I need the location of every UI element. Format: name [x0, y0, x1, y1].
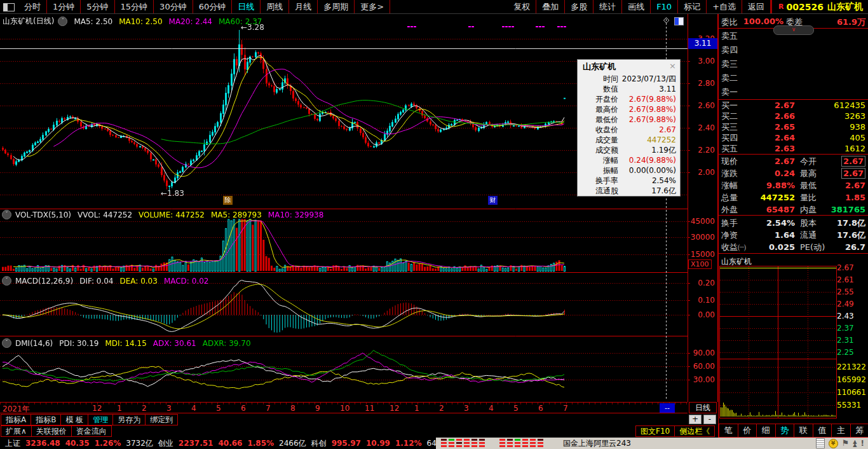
toolbar-item-日线[interactable]: 日线	[232, 0, 261, 13]
toolbar-item-统计[interactable]: 统计	[593, 0, 622, 13]
heat-block	[538, 439, 543, 441]
intraday-mini-chart[interactable]	[719, 266, 837, 418]
sell-row-4[interactable]: 卖四	[719, 43, 868, 57]
quote-tab-笔[interactable]: 笔	[719, 424, 738, 438]
event-marker-除[interactable]: 除	[223, 196, 233, 205]
heat-block	[507, 439, 513, 441]
month-label: 2	[439, 404, 444, 413]
toolbar-item-画线[interactable]: 画线	[622, 0, 651, 13]
toolbar-item-周线[interactable]: 周线	[261, 0, 289, 13]
sell-row-3[interactable]: 卖三	[719, 57, 868, 71]
alert-icon[interactable]: !	[861, 439, 864, 448]
button-侧边栏《[interactable]: 侧边栏《	[674, 425, 715, 437]
stat-label: 净资	[721, 230, 754, 241]
toolbar-item-30分钟[interactable]: 30分钟	[154, 0, 193, 13]
buy-row-2[interactable]: 买二2.663263	[719, 111, 868, 121]
tab-扩展∧[interactable]: 扩展∧	[1, 425, 32, 437]
tab-另存为[interactable]: 另存为	[112, 414, 146, 425]
collapse-icon[interactable]: ˇ	[2, 276, 11, 286]
quote-tab-联[interactable]: 联	[794, 424, 813, 438]
heat-block	[515, 445, 520, 447]
quote-tab-细[interactable]: 细	[756, 424, 776, 438]
coin-icon[interactable]: ¥	[829, 439, 838, 448]
tab-关联报价[interactable]: 关联报价	[31, 425, 72, 437]
zoom-in-button[interactable]: +	[689, 415, 702, 424]
flag-icon[interactable]: ⚑	[842, 439, 850, 448]
toolbar-item-更多>[interactable]: 更多>	[355, 0, 390, 13]
tab-管理[interactable]: 管理	[88, 414, 113, 425]
period-label: 日线	[689, 402, 717, 413]
diamond-tool-icon[interactable]: ◇	[663, 15, 669, 24]
buy-row-3[interactable]: 买三2.65938	[719, 121, 868, 132]
heat-block	[530, 445, 536, 447]
mini-price-label: 2.43	[837, 312, 866, 321]
sort-icon[interactable]: ▲▲	[853, 440, 857, 446]
quote-tab-值[interactable]: 值	[813, 424, 832, 438]
buy-level-label: 买三	[721, 121, 747, 133]
toolbar-item-5分钟[interactable]: 5分钟	[81, 0, 114, 13]
axis-tick	[688, 283, 690, 284]
month-label: 9	[315, 404, 320, 413]
report-icon[interactable]	[816, 438, 825, 448]
axis-tick-label: 2.60	[688, 101, 715, 110]
toolbar-item-返回[interactable]: 返回	[742, 0, 771, 13]
tooltip-row-value: 2.67(9.88%)	[618, 94, 676, 104]
toolbar-item-叠加[interactable]: 叠加	[536, 0, 565, 13]
quote-tab-筹[interactable]: 筹	[850, 424, 868, 438]
tab-模 板[interactable]: 模 板	[60, 414, 88, 425]
tooltip-row: 涨幅0.24(9.88%)	[578, 155, 680, 165]
toolbar-item-+自选[interactable]: +自选	[707, 0, 742, 13]
quote-tab-势[interactable]: 势	[775, 424, 795, 438]
heat-block	[449, 445, 454, 447]
quote-row: 总量447252量比1.85	[719, 191, 868, 204]
toolbar-item-1分钟[interactable]: 1分钟	[47, 0, 81, 13]
tab-资金流向[interactable]: 资金流向	[71, 425, 112, 437]
quote-value: 65487	[745, 205, 795, 214]
panel-separator	[719, 154, 868, 155]
sell-row-2[interactable]: 卖二	[719, 71, 868, 85]
quote-value-wrap: 2.67	[824, 169, 865, 178]
heat-block	[522, 439, 528, 441]
axis-tick-label: 3.00	[688, 57, 715, 66]
index-quotes[interactable]: 上证3236.4840.351.26%3732亿创业2237.5140.661.…	[0, 438, 436, 449]
toolbar-item-多周期[interactable]: 多周期	[318, 0, 355, 13]
tooltip-row-label: 开盘价	[581, 94, 618, 104]
zoom-out-button[interactable]: -	[703, 415, 716, 424]
stock-header: R 002526 山东矿机	[771, 0, 868, 13]
buy-row-5[interactable]: 买五2.631612	[719, 143, 868, 154]
window-layout-icon[interactable]	[3, 3, 15, 11]
buy-row-1[interactable]: 买一2.67612435	[719, 100, 868, 111]
toolbar-item-F10[interactable]: F10	[651, 0, 678, 13]
mini-price-label: 2.49	[837, 300, 866, 308]
toolbar-item-多股[interactable]: 多股	[565, 0, 593, 13]
toolbar-item-15分钟[interactable]: 15分钟	[115, 0, 154, 13]
buy-row-4[interactable]: 买四2.64405	[719, 132, 868, 143]
toolbar-item-60分钟[interactable]: 60分钟	[193, 0, 233, 13]
panel-layout-icon[interactable]	[674, 17, 684, 25]
sell-row-1[interactable]: 卖一	[719, 85, 868, 99]
quote-tab-价[interactable]: 价	[738, 424, 757, 438]
tooltip-row-value: 3.11	[618, 84, 676, 94]
button-图文F10[interactable]: 图文F10	[635, 425, 675, 437]
close-icon[interactable]: ×	[669, 61, 676, 74]
collapse-icon[interactable]: ˇ	[2, 338, 11, 348]
tab-绑定到[interactable]: 绑定到	[145, 414, 178, 425]
toolbar-item-月线[interactable]: 月线	[289, 0, 318, 13]
quote-tab-主[interactable]: 主	[831, 424, 851, 438]
event-marker-财[interactable]: 财	[488, 196, 498, 205]
toolbar-item-分时[interactable]: 分时	[18, 0, 47, 13]
heat-block	[441, 439, 447, 441]
sell-level-label: 卖五	[721, 31, 738, 42]
event-dash	[414, 26, 416, 27]
collapse-quote-button[interactable]: ∨	[773, 25, 814, 35]
toolbar-item-标记[interactable]: 标记	[678, 0, 707, 13]
collapse-icon[interactable]: ˇ	[2, 210, 11, 219]
month-label: 11	[365, 404, 374, 413]
tab-指标A[interactable]: 指标A	[1, 414, 31, 425]
quote-row: 外盘65487内盘381765	[719, 204, 868, 216]
axis-tick	[688, 366, 690, 367]
tooltip-row: 最高价2.67(9.88%)	[578, 104, 680, 114]
toolbar-item-复权[interactable]: 复权	[508, 0, 536, 13]
month-label: 6	[241, 404, 246, 413]
tab-指标B[interactable]: 指标B	[31, 414, 61, 425]
